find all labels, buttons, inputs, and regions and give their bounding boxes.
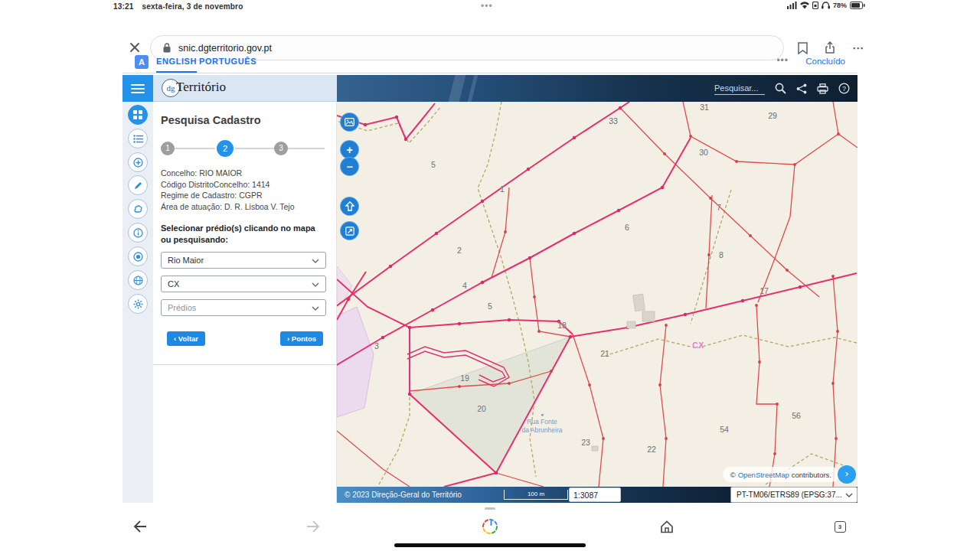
parcel-label: 29 xyxy=(768,111,777,120)
help-icon[interactable]: ? xyxy=(838,83,850,94)
draw-tools-icon[interactable] xyxy=(128,199,148,219)
parcel-label: 5 xyxy=(488,302,492,311)
chevron-down-icon xyxy=(312,282,319,287)
scale-bar: 100 m xyxy=(504,490,568,500)
parcel-label: 18 xyxy=(557,321,567,330)
parcel-label: 8 xyxy=(719,250,724,259)
map-canvas[interactable]: 31293330517628417518321192023225456CX ● … xyxy=(337,102,858,487)
bookmark-icon[interactable] xyxy=(798,42,808,54)
snic-app: dg Território Pesquisa Cadastro 1 2 3 Co… xyxy=(122,75,858,503)
status-bar: 13:21 sexta-feira, 3 de novembro ••• 78% xyxy=(0,0,980,14)
status-icons: 78% xyxy=(787,2,865,9)
battery-percent: 78% xyxy=(833,2,847,9)
wifi-icon xyxy=(800,2,809,9)
search-panel: dg Território Pesquisa Cadastro 1 2 3 Co… xyxy=(153,75,337,503)
parcel-label: 4 xyxy=(462,281,467,290)
status-time-date: 13:21 sexta-feira, 3 de novembro xyxy=(113,2,243,11)
share-icon[interactable] xyxy=(825,41,835,54)
drag-handle[interactable] xyxy=(485,507,495,510)
tab-switcher-icon[interactable]: 3 xyxy=(831,517,849,536)
attribution-toggle-icon[interactable]: › xyxy=(838,465,856,484)
concelho-select[interactable]: Rio Maior xyxy=(161,252,326,269)
parcel-label: 3 xyxy=(374,341,379,350)
circle-plus-icon[interactable] xyxy=(128,152,148,172)
clock: 13:21 xyxy=(113,2,134,11)
parcel-label: 21 xyxy=(600,349,609,358)
status-date: sexta-feira, 3 de novembro xyxy=(142,2,243,11)
parcel-labels: 31293330517628417518321192023225456CX xyxy=(337,102,858,487)
basemap-icon[interactable] xyxy=(340,112,359,132)
scale-ratio-input[interactable] xyxy=(569,487,621,502)
instruction-text: Selecionar prédio(s) clicando no mapa ou… xyxy=(161,223,326,246)
back-icon[interactable] xyxy=(131,517,149,536)
zoom-in-label: + xyxy=(346,144,352,156)
browser-toolbar: snic.dgterritorio.gov.pt ⋯ xyxy=(0,17,980,46)
edit-pencil-icon[interactable] xyxy=(128,175,148,195)
tab-count: 3 xyxy=(835,521,846,533)
globe-icon[interactable] xyxy=(128,270,148,290)
info-regime: Regime de Cadastro: CGPR xyxy=(161,190,326,201)
menu-button[interactable] xyxy=(122,75,153,102)
google-icon[interactable] xyxy=(481,517,499,536)
seccao-select[interactable]: CX xyxy=(161,276,326,292)
crs-value: PT-TM06/ETRS89 (EPSG:37... xyxy=(737,491,842,499)
pontos-button[interactable]: › Pontos xyxy=(280,331,323,346)
zoom-out-label: − xyxy=(346,161,352,173)
home-indicator[interactable] xyxy=(394,543,586,547)
tool-rail xyxy=(122,75,153,503)
battery-icon xyxy=(850,2,865,9)
translate-status[interactable]: Concluído xyxy=(805,57,845,66)
apps-grid-icon[interactable] xyxy=(128,105,148,125)
url-text: snic.dgterritorio.gov.pt xyxy=(178,43,272,54)
crs-select[interactable]: PT-TM06/ETRS89 (EPSG:37... xyxy=(730,487,858,503)
share-alt-icon[interactable] xyxy=(796,83,807,94)
search-icon[interactable] xyxy=(775,83,786,94)
step-2-active[interactable]: 2 xyxy=(217,140,234,157)
tab-portugues[interactable]: PORTUGUÊS xyxy=(199,57,256,66)
osm-link[interactable]: OpenStreetMap xyxy=(738,471,789,479)
chevron-down-icon xyxy=(312,306,319,311)
translate-options-icon[interactable]: ••• xyxy=(776,55,789,66)
attrib-copyright: © xyxy=(730,471,736,479)
parcel-label: 17 xyxy=(760,286,769,295)
selection-icon[interactable] xyxy=(128,246,148,266)
stepper-line xyxy=(167,148,325,149)
parcel-label: 19 xyxy=(460,373,469,383)
voltar-button[interactable]: ‹ Voltar xyxy=(167,331,205,346)
app-logo: dg Território xyxy=(153,75,336,102)
predios-select[interactable]: Prédios xyxy=(161,299,326,316)
settings-gear-icon[interactable] xyxy=(128,294,148,314)
overflow-menu-icon[interactable]: ⋯ xyxy=(852,41,864,55)
parcel-label: 22 xyxy=(647,445,656,454)
search-input[interactable] xyxy=(714,82,765,95)
locate-icon[interactable] xyxy=(340,197,359,216)
chevron-down-icon xyxy=(845,493,853,497)
voltar-label: Voltar xyxy=(178,334,198,343)
parcel-label: 5 xyxy=(431,160,436,169)
step-1[interactable]: 1 xyxy=(161,142,175,155)
step-3[interactable]: 3 xyxy=(274,142,288,155)
print-icon[interactable] xyxy=(817,83,828,94)
close-icon[interactable] xyxy=(129,41,141,54)
cx-label: CX xyxy=(692,341,704,350)
parcel-label: 20 xyxy=(477,404,486,413)
info-codigo: Código DistritoConcelho: 1414 xyxy=(161,179,326,191)
pontos-label: Pontos xyxy=(292,334,316,343)
info-area: Área de atuação: D. R. Lisboa V. Tejo xyxy=(161,201,326,213)
zoom-out-icon[interactable]: − xyxy=(340,157,359,176)
wizard-stepper: 1 2 3 xyxy=(161,139,326,158)
parcel-label: 7 xyxy=(717,203,721,212)
parcel-label: 31 xyxy=(700,103,709,112)
screen: 13:21 sexta-feira, 3 de novembro ••• 78%… xyxy=(0,0,980,551)
extent-icon[interactable] xyxy=(340,221,359,240)
map-view[interactable]: ? xyxy=(337,75,858,503)
legend-list-icon[interactable] xyxy=(128,129,148,148)
logo-text: Território xyxy=(176,80,226,95)
lock-icon xyxy=(163,43,171,53)
map-footer: © 2023 Direção-Geral do Território 100 m… xyxy=(337,487,858,503)
tab-english[interactable]: ENGLISH xyxy=(156,57,197,73)
info-icon[interactable] xyxy=(128,223,148,243)
forward-icon[interactable] xyxy=(304,517,322,536)
parcel-label: 1 xyxy=(500,184,505,194)
home-icon[interactable] xyxy=(658,517,676,536)
